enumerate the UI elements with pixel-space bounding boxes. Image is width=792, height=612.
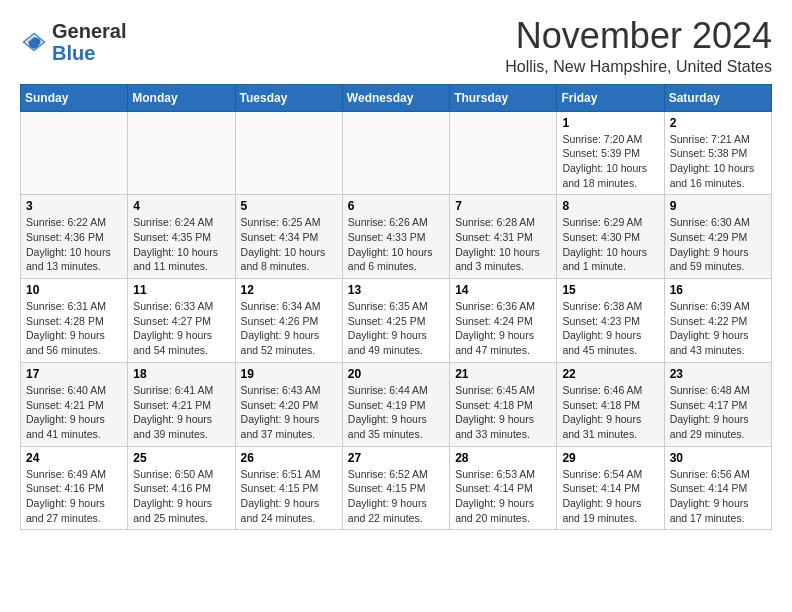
day-number: 12	[241, 283, 337, 297]
day-info: Sunrise: 6:50 AM Sunset: 4:16 PM Dayligh…	[133, 467, 229, 526]
day-info: Sunrise: 6:41 AM Sunset: 4:21 PM Dayligh…	[133, 383, 229, 442]
week-row-3: 10Sunrise: 6:31 AM Sunset: 4:28 PM Dayli…	[21, 279, 772, 363]
day-number: 19	[241, 367, 337, 381]
day-info: Sunrise: 6:35 AM Sunset: 4:25 PM Dayligh…	[348, 299, 444, 358]
calendar-cell: 20Sunrise: 6:44 AM Sunset: 4:19 PM Dayli…	[342, 362, 449, 446]
calendar-cell: 26Sunrise: 6:51 AM Sunset: 4:15 PM Dayli…	[235, 446, 342, 530]
day-info: Sunrise: 6:39 AM Sunset: 4:22 PM Dayligh…	[670, 299, 766, 358]
week-row-4: 17Sunrise: 6:40 AM Sunset: 4:21 PM Dayli…	[21, 362, 772, 446]
week-row-1: 1Sunrise: 7:20 AM Sunset: 5:39 PM Daylig…	[21, 111, 772, 195]
day-info: Sunrise: 6:22 AM Sunset: 4:36 PM Dayligh…	[26, 215, 122, 274]
calendar-cell: 23Sunrise: 6:48 AM Sunset: 4:17 PM Dayli…	[664, 362, 771, 446]
day-number: 22	[562, 367, 658, 381]
day-info: Sunrise: 7:20 AM Sunset: 5:39 PM Dayligh…	[562, 132, 658, 191]
weekday-header-wednesday: Wednesday	[342, 84, 449, 111]
calendar-cell: 16Sunrise: 6:39 AM Sunset: 4:22 PM Dayli…	[664, 279, 771, 363]
day-info: Sunrise: 6:51 AM Sunset: 4:15 PM Dayligh…	[241, 467, 337, 526]
calendar-cell: 27Sunrise: 6:52 AM Sunset: 4:15 PM Dayli…	[342, 446, 449, 530]
calendar-cell: 8Sunrise: 6:29 AM Sunset: 4:30 PM Daylig…	[557, 195, 664, 279]
calendar-cell	[235, 111, 342, 195]
day-info: Sunrise: 6:34 AM Sunset: 4:26 PM Dayligh…	[241, 299, 337, 358]
day-number: 16	[670, 283, 766, 297]
calendar-cell: 3Sunrise: 6:22 AM Sunset: 4:36 PM Daylig…	[21, 195, 128, 279]
weekday-header-row: SundayMondayTuesdayWednesdayThursdayFrid…	[21, 84, 772, 111]
calendar-cell: 24Sunrise: 6:49 AM Sunset: 4:16 PM Dayli…	[21, 446, 128, 530]
day-info: Sunrise: 6:31 AM Sunset: 4:28 PM Dayligh…	[26, 299, 122, 358]
day-info: Sunrise: 6:52 AM Sunset: 4:15 PM Dayligh…	[348, 467, 444, 526]
day-number: 20	[348, 367, 444, 381]
day-info: Sunrise: 6:38 AM Sunset: 4:23 PM Dayligh…	[562, 299, 658, 358]
calendar-cell: 21Sunrise: 6:45 AM Sunset: 4:18 PM Dayli…	[450, 362, 557, 446]
page: GeneralBlue November 2024 Hollis, New Ha…	[0, 0, 792, 540]
day-info: Sunrise: 6:40 AM Sunset: 4:21 PM Dayligh…	[26, 383, 122, 442]
day-info: Sunrise: 6:48 AM Sunset: 4:17 PM Dayligh…	[670, 383, 766, 442]
day-number: 7	[455, 199, 551, 213]
calendar-cell: 4Sunrise: 6:24 AM Sunset: 4:35 PM Daylig…	[128, 195, 235, 279]
day-number: 8	[562, 199, 658, 213]
day-info: Sunrise: 6:26 AM Sunset: 4:33 PM Dayligh…	[348, 215, 444, 274]
day-info: Sunrise: 6:30 AM Sunset: 4:29 PM Dayligh…	[670, 215, 766, 274]
day-info: Sunrise: 6:45 AM Sunset: 4:18 PM Dayligh…	[455, 383, 551, 442]
logo-blue: Blue	[52, 42, 95, 64]
calendar-cell: 5Sunrise: 6:25 AM Sunset: 4:34 PM Daylig…	[235, 195, 342, 279]
day-number: 5	[241, 199, 337, 213]
calendar-cell: 11Sunrise: 6:33 AM Sunset: 4:27 PM Dayli…	[128, 279, 235, 363]
day-number: 3	[26, 199, 122, 213]
day-number: 4	[133, 199, 229, 213]
logo: GeneralBlue	[20, 20, 126, 64]
calendar-cell: 25Sunrise: 6:50 AM Sunset: 4:16 PM Dayli…	[128, 446, 235, 530]
day-number: 26	[241, 451, 337, 465]
week-row-2: 3Sunrise: 6:22 AM Sunset: 4:36 PM Daylig…	[21, 195, 772, 279]
day-number: 1	[562, 116, 658, 130]
day-info: Sunrise: 6:56 AM Sunset: 4:14 PM Dayligh…	[670, 467, 766, 526]
day-info: Sunrise: 6:24 AM Sunset: 4:35 PM Dayligh…	[133, 215, 229, 274]
logo-text: GeneralBlue	[52, 20, 126, 64]
calendar-table: SundayMondayTuesdayWednesdayThursdayFrid…	[20, 84, 772, 531]
day-number: 27	[348, 451, 444, 465]
calendar-cell	[342, 111, 449, 195]
day-number: 13	[348, 283, 444, 297]
day-number: 25	[133, 451, 229, 465]
day-number: 24	[26, 451, 122, 465]
day-number: 11	[133, 283, 229, 297]
calendar-cell: 14Sunrise: 6:36 AM Sunset: 4:24 PM Dayli…	[450, 279, 557, 363]
calendar-cell: 30Sunrise: 6:56 AM Sunset: 4:14 PM Dayli…	[664, 446, 771, 530]
week-row-5: 24Sunrise: 6:49 AM Sunset: 4:16 PM Dayli…	[21, 446, 772, 530]
calendar-cell: 29Sunrise: 6:54 AM Sunset: 4:14 PM Dayli…	[557, 446, 664, 530]
day-number: 2	[670, 116, 766, 130]
calendar-cell: 1Sunrise: 7:20 AM Sunset: 5:39 PM Daylig…	[557, 111, 664, 195]
calendar-cell: 6Sunrise: 6:26 AM Sunset: 4:33 PM Daylig…	[342, 195, 449, 279]
month-title: November 2024	[505, 16, 772, 56]
calendar-cell: 12Sunrise: 6:34 AM Sunset: 4:26 PM Dayli…	[235, 279, 342, 363]
day-number: 28	[455, 451, 551, 465]
day-info: Sunrise: 6:54 AM Sunset: 4:14 PM Dayligh…	[562, 467, 658, 526]
location-title: Hollis, New Hampshire, United States	[505, 58, 772, 76]
calendar-cell: 2Sunrise: 7:21 AM Sunset: 5:38 PM Daylig…	[664, 111, 771, 195]
weekday-header-tuesday: Tuesday	[235, 84, 342, 111]
day-number: 6	[348, 199, 444, 213]
calendar-cell: 19Sunrise: 6:43 AM Sunset: 4:20 PM Dayli…	[235, 362, 342, 446]
calendar-cell: 13Sunrise: 6:35 AM Sunset: 4:25 PM Dayli…	[342, 279, 449, 363]
day-number: 23	[670, 367, 766, 381]
calendar-cell	[450, 111, 557, 195]
day-info: Sunrise: 6:46 AM Sunset: 4:18 PM Dayligh…	[562, 383, 658, 442]
day-info: Sunrise: 7:21 AM Sunset: 5:38 PM Dayligh…	[670, 132, 766, 191]
calendar-cell: 15Sunrise: 6:38 AM Sunset: 4:23 PM Dayli…	[557, 279, 664, 363]
day-number: 21	[455, 367, 551, 381]
day-info: Sunrise: 6:25 AM Sunset: 4:34 PM Dayligh…	[241, 215, 337, 274]
day-number: 29	[562, 451, 658, 465]
day-number: 15	[562, 283, 658, 297]
header: GeneralBlue November 2024 Hollis, New Ha…	[20, 16, 772, 76]
day-number: 9	[670, 199, 766, 213]
weekday-header-friday: Friday	[557, 84, 664, 111]
day-info: Sunrise: 6:36 AM Sunset: 4:24 PM Dayligh…	[455, 299, 551, 358]
calendar-cell: 17Sunrise: 6:40 AM Sunset: 4:21 PM Dayli…	[21, 362, 128, 446]
calendar-cell: 10Sunrise: 6:31 AM Sunset: 4:28 PM Dayli…	[21, 279, 128, 363]
day-info: Sunrise: 6:28 AM Sunset: 4:31 PM Dayligh…	[455, 215, 551, 274]
logo-icon	[20, 28, 48, 56]
weekday-header-monday: Monday	[128, 84, 235, 111]
day-number: 10	[26, 283, 122, 297]
day-number: 14	[455, 283, 551, 297]
calendar-cell	[128, 111, 235, 195]
day-info: Sunrise: 6:43 AM Sunset: 4:20 PM Dayligh…	[241, 383, 337, 442]
